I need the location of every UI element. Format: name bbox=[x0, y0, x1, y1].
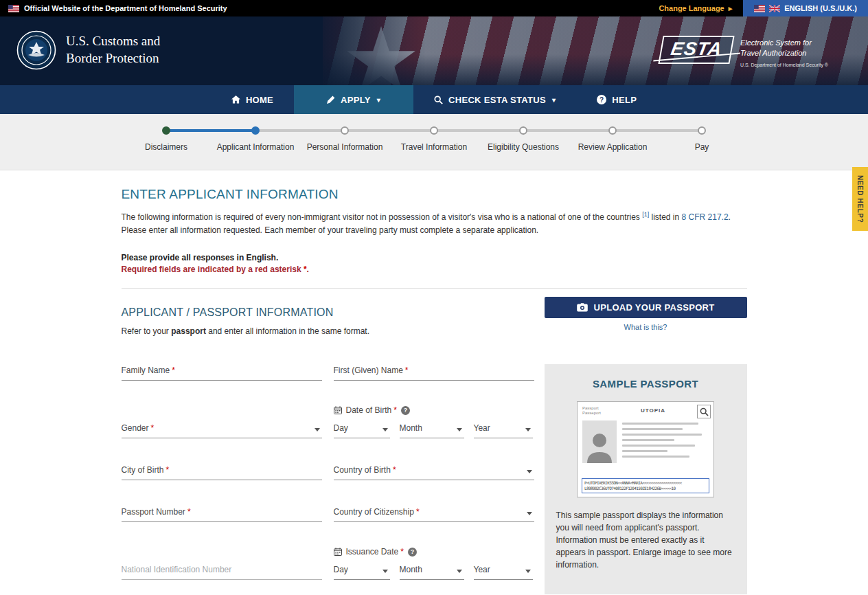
agency-name: U.S. Customs and Border Protection bbox=[66, 33, 160, 67]
issuance-day-select[interactable]: Day bbox=[334, 563, 390, 580]
help-icon: ? bbox=[597, 95, 606, 104]
dob-month-select[interactable]: Month bbox=[400, 421, 464, 438]
calendar-icon bbox=[334, 548, 342, 556]
family-name-input[interactable]: Family Name* bbox=[122, 363, 322, 381]
step-label: Eligibility Questions bbox=[488, 142, 559, 152]
language-selector-label: ENGLISH (U.S./U.K.) bbox=[784, 4, 857, 12]
issuance-date-group: Issuance Date* ? Day Month bbox=[334, 547, 534, 580]
gender-select[interactable]: Gender* bbox=[122, 421, 322, 438]
country-of-birth-select[interactable]: Country of Birth* bbox=[334, 463, 534, 480]
page-title: ENTER APPLICANT INFORMATION bbox=[122, 187, 747, 202]
step-pay[interactable]: Pay bbox=[657, 126, 746, 152]
chevron-down-icon bbox=[315, 428, 320, 431]
passport-country-name: UTOPIA bbox=[614, 406, 692, 416]
help-icon[interactable]: ? bbox=[408, 548, 417, 557]
sample-passport-title: SAMPLE PASSPORT bbox=[556, 378, 735, 390]
chevron-down-icon bbox=[382, 570, 388, 573]
what-is-this-link[interactable]: What is this? bbox=[545, 323, 747, 331]
nav-home[interactable]: HOME bbox=[211, 85, 294, 114]
dob-day-value: Day bbox=[334, 423, 348, 433]
us-flag-icon bbox=[8, 5, 19, 12]
cbp-brand[interactable]: U.S. Customs and Border Protection bbox=[16, 30, 160, 70]
step-personal-information[interactable]: Personal Information bbox=[300, 126, 389, 152]
main-navigation: HOME APPLY ▾ CHECK ESTA STATUS ▾ ? HELP bbox=[0, 85, 868, 114]
step-dot bbox=[608, 126, 617, 135]
caret-down-icon: ▾ bbox=[552, 96, 556, 104]
chevron-down-icon bbox=[525, 570, 531, 573]
step-label: Disclaimers bbox=[145, 142, 187, 152]
upload-passport-label: UPLOAD YOUR PASSPORT bbox=[594, 302, 715, 313]
step-dot bbox=[162, 126, 170, 135]
step-label: Pay bbox=[695, 142, 709, 152]
nav-apply-label: APPLY bbox=[341, 95, 371, 105]
step-applicant-information[interactable]: Applicant Information bbox=[211, 126, 300, 152]
english-note: Please provide all responses in English. bbox=[122, 253, 747, 262]
official-site-text: Official Website of the Department of Ho… bbox=[24, 4, 227, 12]
calendar-icon bbox=[334, 406, 342, 414]
nav-check-esta-status[interactable]: CHECK ESTA STATUS ▾ bbox=[413, 85, 576, 114]
step-label: Review Application bbox=[578, 142, 648, 152]
family-name-label: Family Name* bbox=[122, 366, 175, 375]
first-name-input[interactable]: First (Given) Name* bbox=[334, 363, 534, 381]
help-icon[interactable]: ? bbox=[401, 406, 410, 415]
person-silhouette-icon bbox=[586, 431, 613, 463]
government-banner: Official Website of the Department of Ho… bbox=[0, 0, 868, 16]
city-of-birth-label: City of Birth* bbox=[122, 465, 170, 475]
esta-department-line: U.S. Department of Homeland Security ® bbox=[740, 62, 828, 68]
application-progress: Disclaimers Applicant Information Person… bbox=[0, 114, 868, 170]
dob-year-value: Year bbox=[474, 423, 490, 433]
dob-year-select[interactable]: Year bbox=[474, 421, 533, 438]
issuance-month-select[interactable]: Month bbox=[400, 563, 464, 580]
nav-check-status-label: CHECK ESTA STATUS bbox=[448, 95, 546, 105]
step-dot bbox=[698, 126, 706, 135]
country-of-citizenship-select[interactable]: Country of Citizenship* bbox=[334, 505, 534, 522]
section-title: APPLICANT / PASSPORT INFORMATION bbox=[122, 306, 535, 319]
sample-passport-panel: SAMPLE PASSPORT Passport Passeport UTOPI… bbox=[545, 364, 747, 594]
intro-paragraph: The following information is required of… bbox=[122, 210, 747, 236]
change-language-link[interactable]: Change Language ▸ bbox=[659, 4, 732, 13]
section-subtitle: Refer to your passport and enter all inf… bbox=[122, 326, 535, 336]
footnote-link[interactable]: [1] bbox=[642, 211, 649, 218]
passport-photo-silhouette bbox=[582, 420, 617, 463]
nav-help[interactable]: ? HELP bbox=[576, 85, 657, 114]
nav-help-label: HELP bbox=[612, 95, 637, 105]
language-selector-button[interactable]: ENGLISH (U.S./U.K.) bbox=[743, 0, 868, 16]
step-review-application[interactable]: Review Application bbox=[568, 126, 657, 152]
step-dot bbox=[430, 126, 438, 135]
step-travel-information[interactable]: Travel Information bbox=[389, 126, 479, 152]
upload-passport-button[interactable]: UPLOAD YOUR PASSPORT bbox=[545, 297, 747, 318]
divider bbox=[122, 288, 747, 289]
first-name-label: First (Given) Name* bbox=[334, 366, 409, 375]
issuance-year-select[interactable]: Year bbox=[474, 563, 533, 580]
chevron-down-icon bbox=[527, 512, 532, 515]
sample-passport-description: This sample passport displays the inform… bbox=[556, 509, 735, 571]
step-eligibility-questions[interactable]: Eligibility Questions bbox=[479, 126, 568, 152]
national-id-input[interactable]: National Identification Number bbox=[122, 563, 322, 580]
official-site-notice: Official Website of the Department of Ho… bbox=[8, 4, 227, 12]
search-icon bbox=[434, 96, 443, 104]
esta-logo: ESTA Electronic System for Travel Author… bbox=[661, 36, 828, 68]
city-of-birth-input[interactable]: City of Birth* bbox=[122, 463, 322, 480]
need-help-tab[interactable]: NEED HELP? bbox=[852, 167, 868, 231]
step-label: Personal Information bbox=[307, 142, 383, 152]
step-dot bbox=[519, 126, 527, 135]
dob-day-select[interactable]: Day bbox=[334, 421, 390, 438]
nav-apply[interactable]: APPLY ▾ bbox=[294, 85, 413, 114]
issuance-date-label: Issuance Date* bbox=[346, 547, 404, 557]
issuance-year-value: Year bbox=[474, 565, 490, 574]
passport-word-labels: Passport Passeport bbox=[582, 406, 614, 416]
enlarge-passport-button[interactable] bbox=[697, 405, 711, 418]
camera-icon bbox=[577, 303, 588, 312]
sample-passport-image: Passport Passeport UTOPIA bbox=[577, 401, 714, 497]
uk-flag-icon bbox=[769, 5, 780, 12]
passport-data-lines bbox=[622, 420, 709, 463]
applicant-form: Family Name* First (Given) Name* Gender* bbox=[122, 363, 535, 595]
change-language-label: Change Language bbox=[659, 4, 724, 12]
nav-home-label: HOME bbox=[246, 95, 273, 105]
dob-label: Date of Birth* bbox=[346, 405, 397, 415]
home-icon bbox=[231, 96, 240, 104]
step-disclaimers[interactable]: Disclaimers bbox=[122, 126, 211, 152]
main-content: ENTER APPLICANT INFORMATION The followin… bbox=[122, 170, 747, 595]
cfr-link[interactable]: 8 CFR 217.2 bbox=[682, 212, 729, 222]
passport-number-input[interactable]: Passport Number* bbox=[122, 505, 322, 522]
